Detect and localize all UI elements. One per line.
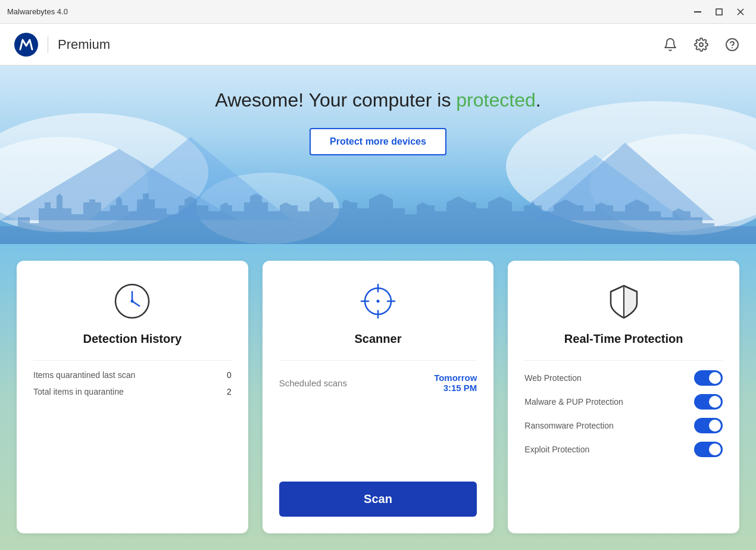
bell-icon: [663, 38, 677, 52]
clock-icon: [111, 280, 154, 323]
app-header: Premium: [0, 24, 756, 65]
detection-history-card: Detection History Items quarantined last…: [17, 261, 248, 533]
realtime-protection-title: Real-Time Protection: [524, 332, 723, 346]
card-icon-area: [33, 280, 232, 323]
crosshair-icon: [357, 280, 399, 323]
headline-prefix: Awesome! Your computer is: [215, 89, 456, 111]
malwarebytes-logo: [14, 33, 38, 57]
svg-point-5: [699, 43, 703, 46]
web-protection-toggle[interactable]: [694, 370, 723, 386]
svg-point-20: [131, 300, 134, 303]
exploit-toggle[interactable]: [694, 442, 723, 457]
lower-section: Detection History Items quarantined last…: [0, 244, 756, 550]
minimize-button[interactable]: [689, 4, 706, 20]
hero-headline: Awesome! Your computer is protected.: [215, 89, 541, 111]
help-button[interactable]: [723, 35, 742, 54]
protection-list: Web Protection Malware & PUP Protection …: [524, 370, 723, 465]
title-bar: Malwarebytes 4.0: [0, 0, 756, 24]
headline-protected: protected: [456, 89, 535, 111]
total-quarantine-label: Total items in quarantine: [33, 387, 124, 396]
scanner-content: Scheduled scans Tomorrow3:15 PM Scan: [279, 373, 477, 517]
total-quarantine-row: Total items in quarantine 2: [33, 387, 232, 396]
shield-icon-area: [524, 280, 723, 323]
logo-divider: [48, 36, 48, 53]
exploit-row: Exploit Protection: [524, 442, 723, 457]
app-title: Malwarebytes 4.0: [7, 7, 68, 16]
scanner-title: Scanner: [279, 332, 477, 346]
notification-button[interactable]: [661, 35, 680, 54]
svg-rect-0: [694, 11, 701, 12]
logo-area: Premium: [14, 33, 110, 57]
card-divider-2: [279, 360, 477, 361]
app-name: Premium: [58, 37, 110, 52]
ransomware-row: Ransomware Protection: [524, 418, 723, 433]
headline-suffix: .: [536, 89, 541, 111]
quarantine-last-scan-row: Items quarantined last scan 0: [33, 370, 232, 380]
help-circle-icon: [725, 38, 739, 52]
ransomware-toggle[interactable]: [694, 418, 723, 433]
realtime-protection-card: Real-Time Protection Web Protection Malw…: [508, 261, 739, 533]
scanner-card: Scanner Scheduled scans Tomorrow3:15 PM …: [263, 261, 494, 533]
scheduled-scans-label: Scheduled scans: [279, 378, 347, 388]
shield-icon: [602, 280, 645, 323]
scheduled-time-value: Tomorrow3:15 PM: [434, 373, 477, 393]
settings-button[interactable]: [692, 35, 711, 54]
card-divider-3: [524, 360, 723, 361]
malware-pup-row: Malware & PUP Protection: [524, 394, 723, 410]
quarantine-last-scan-label: Items quarantined last scan: [33, 370, 135, 380]
protect-more-devices-button[interactable]: Protect more devices: [310, 128, 446, 155]
svg-rect-1: [716, 9, 722, 15]
total-quarantine-value: 2: [227, 387, 232, 396]
header-icons: [661, 35, 742, 54]
card-divider-1: [33, 360, 232, 361]
detection-history-title: Detection History: [33, 332, 232, 346]
malware-pup-label: Malware & PUP Protection: [524, 397, 623, 407]
maximize-button[interactable]: [711, 4, 727, 20]
malware-pup-toggle[interactable]: [694, 394, 723, 410]
ransomware-label: Ransomware Protection: [524, 421, 613, 430]
hero-section: Awesome! Your computer is protected. Pro…: [0, 65, 756, 244]
quarantine-last-scan-value: 0: [227, 370, 232, 380]
window-controls: [689, 4, 749, 20]
close-button[interactable]: [732, 4, 749, 20]
gear-icon: [694, 38, 708, 52]
scan-button[interactable]: Scan: [279, 482, 477, 517]
cityscape: [0, 173, 756, 244]
scheduled-scans-row: Scheduled scans Tomorrow3:15 PM: [279, 373, 477, 393]
exploit-label: Exploit Protection: [524, 445, 589, 454]
web-protection-label: Web Protection: [524, 373, 581, 383]
svg-point-26: [377, 300, 380, 303]
scanner-icon-area: [279, 280, 477, 323]
web-protection-row: Web Protection: [524, 370, 723, 386]
